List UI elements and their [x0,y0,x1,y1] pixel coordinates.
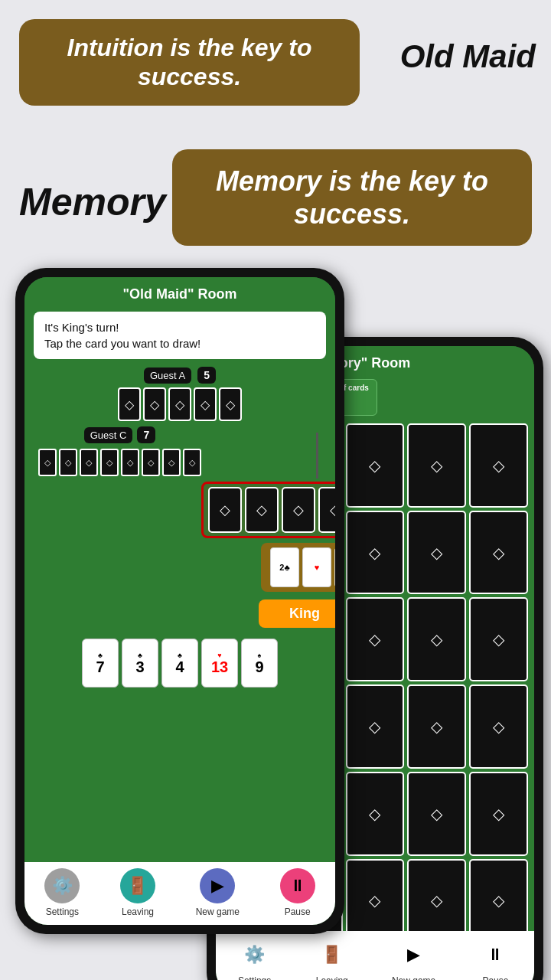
selected-card[interactable]: ◇ [245,487,279,533]
guest-c-card [59,449,77,476]
guest-c-card [162,449,181,476]
guest-c-card [38,449,57,476]
guest-a-cards [24,387,335,421]
leaving-label: Leaving [122,906,154,917]
hand-card[interactable]: ♣7 [82,639,119,688]
phone2-pause-button[interactable]: ⏸ Pause [478,937,513,980]
phone2-pause-icon: ⏸ [478,937,513,972]
phone2-leaving-label: Leaving [316,975,348,980]
selected-cards-row[interactable]: ◇◇◇◇◇◇ [201,482,335,538]
phone2-leaving-icon: 🚪 [315,937,350,972]
hand-card[interactable]: ♥13 [201,639,238,688]
phone2-leaving-button[interactable]: 🚪 Leaving [315,937,350,980]
phone1-header: "Old Maid" Room [24,277,335,307]
guest-c-side: Guest C 7 [38,426,201,479]
phone2-pause-label: Pause [482,975,508,980]
guest-c-cards [38,449,201,476]
memory-card[interactable] [469,597,528,681]
old-maid-title: Old Maid [400,38,536,75]
drawn-card3: ♣ [334,547,335,587]
memory-card[interactable] [407,859,466,931]
phone2-newgame-button[interactable]: ▶ New game [392,937,435,980]
phone1-message-line1: It's King's turn! [44,321,119,334]
pause-label: Pause [285,906,311,917]
p1-king-area: King 5 [259,599,335,628]
newgame-button[interactable]: ▶ New game [196,868,240,917]
guest-a-card [118,387,141,421]
guest-c-card [80,449,98,476]
memory-card[interactable] [346,423,405,508]
phone2-toolbar: ⚙️ Settings 🚪 Leaving ▶ New game ⏸ Pause [216,931,534,980]
selected-card[interactable]: ◇ [318,487,335,533]
selected-card[interactable]: ◇ [208,487,242,533]
guest-c-label: Guest C [84,427,133,443]
phone1-oldmaid: "Old Maid" Room It's King's turn! Tap th… [15,268,344,934]
leaving-icon: 🚪 [120,868,155,903]
memory-box: Memory is the key to success. [172,149,532,246]
hand-card[interactable]: ♣3 [122,639,158,688]
phone2-newgame-icon: ▶ [396,937,432,972]
leaving-button[interactable]: 🚪 Leaving [120,868,155,917]
memory-card[interactable] [407,597,466,681]
memory-card[interactable] [346,772,405,856]
settings-button[interactable]: ⚙️ Settings [44,868,80,917]
hand-card[interactable]: ♠9 [241,639,278,688]
phone1-message-line2: Tap the card you want to draw! [44,337,201,350]
memory-card[interactable] [469,859,528,931]
guest-c-card [142,449,160,476]
center-line [316,433,318,479]
memory-card[interactable] [407,511,466,595]
memory-card[interactable] [346,597,405,681]
p1-center-cards: ◇◇◇◇◇◇ 2♣ ♥ ♣ King 5 [201,433,335,631]
memory-title: Memory [19,180,166,224]
guests-middle-row: Guest C 7 ◇◇◇◇◇◇ 2♣ ♥ ♣ Ki [24,426,335,631]
pause-icon: ⏸ [280,868,315,903]
newgame-icon: ▶ [200,868,235,903]
memory-card[interactable] [469,772,528,856]
drawn-card2: ♥ [302,547,331,587]
memory-card[interactable] [346,511,405,595]
memory-card[interactable] [469,684,528,769]
intuition-text: Intuition is the key to success. [67,34,311,90]
memory-card[interactable] [346,684,405,769]
hand-cards-row[interactable]: ♣7♣3♣4♥13♠9 [34,639,326,688]
selected-card[interactable]: ◇ [282,487,315,533]
pause-button[interactable]: ⏸ Pause [280,868,315,917]
guest-a-label: Guest A [144,368,191,384]
guest-a-card [143,387,166,421]
memory-text: Memory is the key to success. [216,165,488,230]
settings-label: Settings [46,906,79,917]
phone2-title: ory" Room [340,355,411,371]
memory-card[interactable] [469,423,528,508]
guest-c-count: 7 [137,426,155,443]
top-section: Intuition is the key to success. Old Mai… [0,0,551,283]
memory-card[interactable] [346,859,405,931]
phone1-title: "Old Maid" Room [122,286,236,302]
phone2-settings-icon: ⚙️ [237,937,272,972]
p1-hand-area: ♣7♣3♣4♥13♠9 [34,635,326,688]
newgame-label: New game [196,906,240,917]
guest-c-card [121,449,139,476]
phone2-newgame-label: New game [392,975,435,980]
phone2-settings-label: Settings [238,975,271,980]
drawn-cards-display: 2♣ ♥ ♣ [261,543,335,592]
memory-card[interactable] [407,772,466,856]
phone2-settings-button[interactable]: ⚙️ Settings [237,937,272,980]
guest-a-card [168,387,191,421]
guest-a-area: Guest A 5 [24,367,335,384]
intuition-box: Intuition is the key to success. [19,19,360,106]
memory-card[interactable] [469,511,528,595]
guest-a-card [194,387,217,421]
memory-card[interactable] [407,684,466,769]
phone1-toolbar: ⚙️ Settings 🚪 Leaving ▶ New game ⏸ Pause [24,862,335,925]
hand-card[interactable]: ♣4 [161,639,198,688]
phone1-message: It's King's turn! Tap the card you want … [34,312,326,359]
drawn-card1: 2♣ [270,547,299,587]
guest-c-header: Guest C 7 [84,426,155,443]
guest-a-card [219,387,242,421]
phone1-screen: "Old Maid" Room It's King's turn! Tap th… [24,277,335,925]
guest-c-card [183,449,201,476]
king-badge: King [259,599,335,628]
settings-icon: ⚙️ [44,868,80,903]
memory-card[interactable] [407,423,466,508]
